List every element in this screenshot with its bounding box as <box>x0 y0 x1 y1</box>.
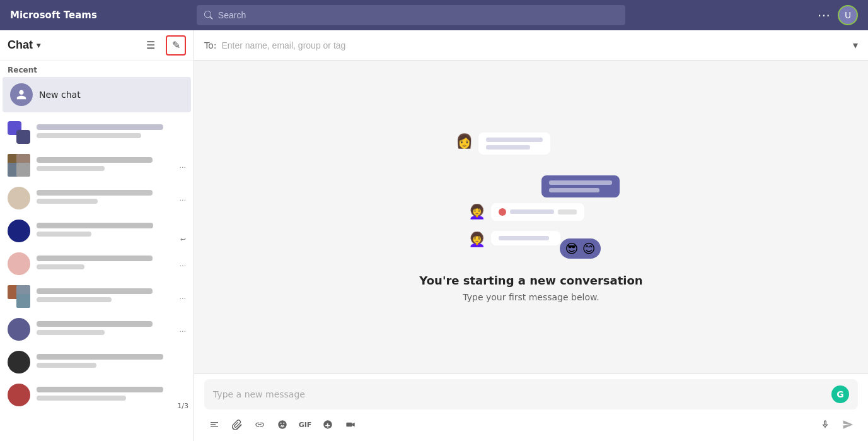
chat-title-button[interactable]: Chat ▾ <box>8 38 40 52</box>
list-item[interactable]: ... <box>0 280 194 313</box>
chat-bubble-1: 👩 <box>456 132 550 155</box>
list-item[interactable]: ... <box>0 149 194 182</box>
to-chevron-icon[interactable]: ▾ <box>853 39 858 51</box>
chat-avatar <box>8 187 30 209</box>
conversation-subtitle: Type your first message below. <box>463 292 599 302</box>
group-avatar <box>8 285 30 308</box>
chat-avatar <box>8 318 30 341</box>
chat-content <box>37 321 173 338</box>
gif-button[interactable]: GIF <box>295 415 315 435</box>
compose-button[interactable]: ✎ <box>166 35 186 56</box>
bubble-avatar-4: 👩‍🦱 <box>468 231 486 249</box>
user-avatar[interactable]: U <box>838 5 858 25</box>
filter-button[interactable]: ☰ <box>141 35 161 56</box>
conversation-area: 👩 👩‍🦱 <box>194 61 868 373</box>
svg-rect-0 <box>346 423 352 427</box>
chat-list: ... ... ↩ <box>0 114 194 441</box>
list-item[interactable] <box>0 116 194 149</box>
chat-content <box>37 157 173 173</box>
chat-avatar <box>8 220 30 242</box>
list-item[interactable] <box>0 346 194 379</box>
list-item[interactable]: ... <box>0 313 194 346</box>
recent-label: Recent <box>0 61 194 77</box>
list-item[interactable]: ... <box>0 182 194 215</box>
link-button[interactable] <box>250 415 270 435</box>
top-bar: Microsoft Teams ⋯ U <box>0 0 868 30</box>
sidebar-header: Chat ▾ ☰ ✎ <box>0 30 194 61</box>
group-avatar <box>8 121 30 144</box>
chat-content <box>37 354 186 370</box>
chat-avatar <box>8 252 30 275</box>
chat-illustration: 👩 👩‍🦱 <box>456 132 607 259</box>
grammarly-icon: G <box>831 385 849 403</box>
emoji-cool: 😎 <box>565 241 578 256</box>
list-item[interactable]: ... <box>0 247 194 280</box>
bubble-avatar-1: 👩 <box>456 132 473 150</box>
app-title: Microsoft Teams <box>10 9 97 21</box>
right-panel: To: ▾ 👩 <box>194 30 868 441</box>
chat-bubble-4: 👩‍🦱 <box>468 231 560 249</box>
search-box[interactable] <box>197 5 625 25</box>
group-avatar <box>8 154 30 177</box>
emoji-smile: 😊 <box>582 241 596 256</box>
conversation-title: You're starting a new conversation <box>419 274 642 287</box>
audio-message-button[interactable] <box>815 415 835 435</box>
main-layout: Chat ▾ ☰ ✎ Recent New chat <box>0 30 868 441</box>
sticker-button[interactable] <box>318 415 338 435</box>
chat-content <box>37 190 173 206</box>
bubble-purple <box>541 175 620 197</box>
list-item[interactable]: 1/3 <box>0 379 194 411</box>
chat-bubble-3: 👩‍🦱 <box>468 203 584 221</box>
chat-content <box>37 223 174 239</box>
message-input-box[interactable]: Type a new message G <box>204 379 858 409</box>
chat-content <box>37 387 186 403</box>
send-button[interactable] <box>838 415 858 435</box>
search-input[interactable] <box>218 10 618 20</box>
format-text-button[interactable] <box>204 415 224 435</box>
timestamp: ... <box>180 326 187 334</box>
compose-icon: ✎ <box>172 39 180 51</box>
chat-content <box>37 256 173 272</box>
attach-button[interactable] <box>227 415 247 435</box>
chat-bubble-2 <box>468 175 620 197</box>
toolbar-right <box>815 415 858 435</box>
timestamp: ... <box>180 194 187 203</box>
message-area: Type a new message G GIF <box>194 373 868 441</box>
new-chat-item[interactable]: New chat <box>3 77 191 112</box>
list-item[interactable]: ↩ <box>0 215 194 247</box>
bubble-light-1 <box>478 132 550 155</box>
toolbar-row: GIF <box>204 413 858 436</box>
svg-marker-1 <box>352 423 355 427</box>
top-bar-right: ⋯ U <box>818 5 858 25</box>
chat-avatar <box>8 351 30 373</box>
chat-content <box>37 288 173 305</box>
bubble-avatar-3: 👩‍🦱 <box>468 203 486 221</box>
chat-chevron-icon: ▾ <box>37 41 40 50</box>
search-icon <box>204 11 213 20</box>
bubble-light-4 <box>491 231 560 245</box>
filter-icon: ☰ <box>146 39 155 51</box>
chat-label: Chat <box>8 38 33 52</box>
timestamp: ... <box>180 293 187 301</box>
to-label: To: <box>204 40 216 50</box>
more-options-icon[interactable]: ⋯ <box>818 8 830 23</box>
emoji-button[interactable] <box>272 415 292 435</box>
sidebar-header-icons: ☰ ✎ <box>141 35 186 56</box>
message-placeholder: Type a new message <box>213 389 831 399</box>
new-chat-label: New chat <box>39 90 81 100</box>
chat-content <box>37 124 186 141</box>
reply-icon: ↩ <box>180 235 186 244</box>
to-bar: To: ▾ <box>194 30 868 61</box>
chat-avatar <box>8 384 30 406</box>
meet-button[interactable] <box>340 415 361 435</box>
new-chat-avatar-icon <box>10 83 33 106</box>
to-input[interactable] <box>221 40 848 50</box>
sidebar: Chat ▾ ☰ ✎ Recent New chat <box>0 30 194 441</box>
emoji-reaction-bar: 😎 😊 <box>560 238 600 259</box>
pagination-badge: 1/3 <box>177 402 188 410</box>
timestamp: ... <box>180 260 187 268</box>
bubble-light-3 <box>491 203 584 221</box>
timestamp: ... <box>180 162 187 170</box>
